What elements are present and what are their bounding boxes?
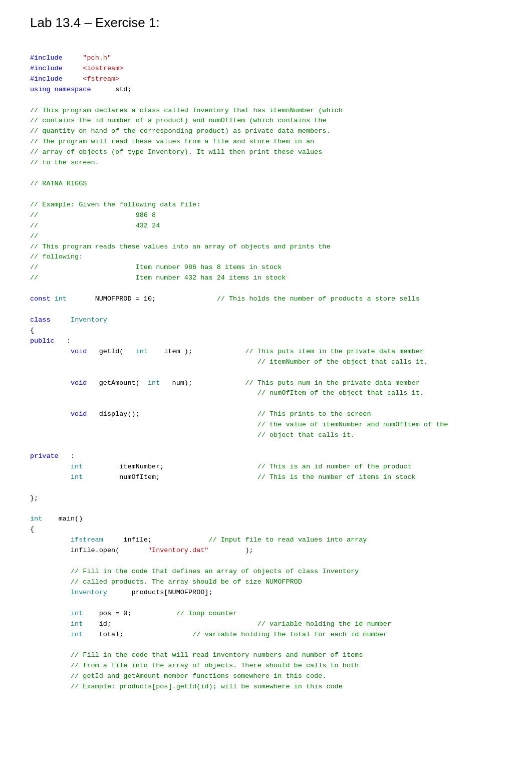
code-content: #include "pch.h" #include <iostream> #in… [30, 43, 502, 692]
page-title: Lab 13.4 – Exercise 1: [30, 15, 502, 31]
